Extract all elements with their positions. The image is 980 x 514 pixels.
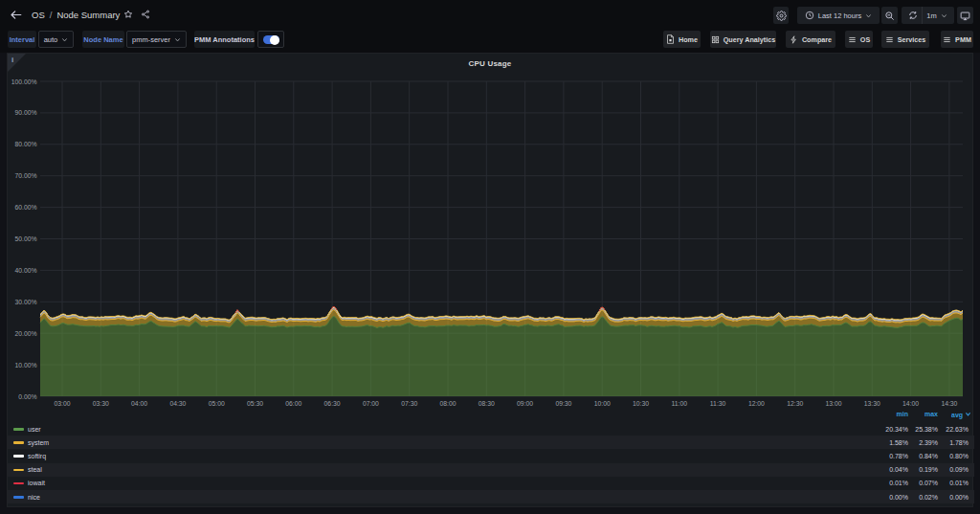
svg-text:05:00: 05:00 [209,400,225,407]
svg-text:13:00: 13:00 [825,400,841,407]
svg-text:12:00: 12:00 [748,400,765,407]
svg-text:90.00%: 90.00% [14,109,36,116]
svg-text:10:30: 10:30 [633,400,649,407]
svg-text:07:00: 07:00 [363,400,379,407]
svg-text:12:30: 12:30 [787,400,803,407]
svg-text:07:30: 07:30 [401,400,417,407]
svg-text:04:30: 04:30 [169,400,186,407]
svg-text:09:30: 09:30 [555,400,571,407]
svg-text:08:30: 08:30 [479,400,495,407]
svg-text:60.00%: 60.00% [14,204,36,211]
svg-text:05:30: 05:30 [247,400,263,407]
svg-text:06:30: 06:30 [324,400,341,407]
svg-text:30.00%: 30.00% [14,299,36,305]
svg-text:14:00: 14:00 [902,400,919,407]
svg-text:03:00: 03:00 [54,400,70,407]
svg-text:40.00%: 40.00% [14,267,36,274]
svg-text:100.00%: 100.00% [11,78,37,85]
svg-text:06:00: 06:00 [285,400,301,407]
svg-text:08:00: 08:00 [439,400,456,407]
svg-text:50.00%: 50.00% [14,235,36,242]
svg-text:11:30: 11:30 [710,400,726,407]
svg-text:11:00: 11:00 [672,400,688,407]
svg-text:0.00%: 0.00% [18,393,36,400]
svg-text:20.00%: 20.00% [14,330,36,337]
svg-text:13:30: 13:30 [864,400,880,407]
svg-text:03:30: 03:30 [93,400,109,407]
svg-text:70.00%: 70.00% [14,172,36,179]
svg-text:04:00: 04:00 [131,400,147,407]
svg-text:14:30: 14:30 [941,400,957,407]
svg-text:10.00%: 10.00% [14,362,36,369]
svg-text:09:00: 09:00 [517,400,533,407]
svg-text:10:00: 10:00 [594,400,611,407]
svg-text:80.00%: 80.00% [14,141,36,147]
